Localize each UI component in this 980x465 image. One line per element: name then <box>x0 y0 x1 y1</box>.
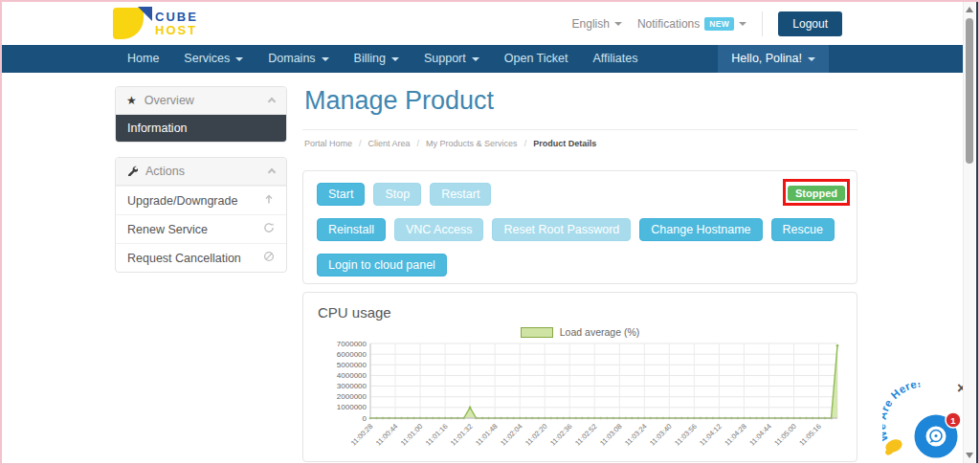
notifications-label: Notifications <box>637 17 700 31</box>
svg-text:11:05:16: 11:05:16 <box>797 422 823 448</box>
vertical-scrollbar[interactable] <box>963 2 975 463</box>
product-actions-panel: Start Stop Restart Reinstall VNC Access … <box>302 170 858 284</box>
svg-text:11:03:40: 11:03:40 <box>648 422 674 448</box>
vnc-access-button[interactable]: VNC Access <box>394 218 483 241</box>
svg-text:6000000: 6000000 <box>337 350 368 359</box>
chat-bubble-icon <box>930 431 943 444</box>
chevron-down-icon <box>614 22 622 26</box>
svg-text:11:01:32: 11:01:32 <box>449 422 475 448</box>
window-right-edge <box>976 2 978 463</box>
svg-text:11:02:04: 11:02:04 <box>499 422 524 448</box>
svg-text:7000000: 7000000 <box>337 341 368 348</box>
sidebar-item-upgrade-downgrade[interactable]: Upgrade/Downgrade <box>116 186 286 214</box>
restart-button[interactable]: Restart <box>430 183 491 206</box>
scrollbar-thumb[interactable] <box>966 18 973 164</box>
breadcrumb-product-details: Product Details <box>533 139 596 148</box>
ban-icon <box>263 251 275 265</box>
breadcrumb-client-area[interactable]: Client Area <box>368 139 427 148</box>
svg-text:11:01:00: 11:01:00 <box>399 422 425 448</box>
actions-panel: Actions Upgrade/Downgrade Renew Service … <box>115 157 287 273</box>
overview-header-label: Overview <box>145 94 194 107</box>
cloud-button-row: Login to cloud panel <box>317 254 843 277</box>
notification-count-badge: 1 <box>946 412 961 428</box>
notifications-menu[interactable]: Notifications NEW <box>637 17 746 31</box>
nav-item-support[interactable]: Support <box>412 45 492 73</box>
header-divider <box>762 11 763 36</box>
svg-text:11:01:48: 11:01:48 <box>474 422 500 448</box>
main-content: Manage Product Portal HomeClient AreaMy … <box>302 84 858 465</box>
svg-text:5000000: 5000000 <box>337 361 368 369</box>
chevron-up-icon <box>268 168 276 176</box>
svg-text:0: 0 <box>363 414 368 423</box>
new-badge: NEW <box>704 17 734 31</box>
chevron-down-icon <box>391 57 399 61</box>
header-right-menu: English Notifications NEW Logout <box>572 11 842 36</box>
nav-item-billing[interactable]: Billing <box>342 45 412 73</box>
star-icon: ★ <box>126 95 137 106</box>
logo-blue-triangle <box>138 7 152 21</box>
status-badge: Stopped <box>788 186 845 201</box>
nav-item-affiliates[interactable]: Affiliates <box>580 45 650 73</box>
nav-item-domains[interactable]: Domains <box>256 45 341 73</box>
chevron-up-icon <box>268 98 276 105</box>
stop-button[interactable]: Stop <box>373 183 421 206</box>
scrollbar-down-icon[interactable] <box>966 453 973 458</box>
logout-button[interactable]: Logout <box>778 11 842 36</box>
actions-header-label: Actions <box>145 165 185 178</box>
cpu-usage-chart: 0100000020000003000000400000050000006000… <box>317 341 841 461</box>
breadcrumb-my-products[interactable]: My Products & Services <box>426 139 533 148</box>
breadcrumb-portal-home[interactable]: Portal Home <box>304 139 368 148</box>
login-cloud-panel-button[interactable]: Login to cloud panel <box>317 254 447 277</box>
cpu-usage-panel: CPU usage Load average (%) 0100000020000… <box>302 292 858 462</box>
overview-panel-header[interactable]: ★ Overview <box>116 87 286 115</box>
manage-button-row: Reinstall VNC Access Reset Root Password… <box>317 218 843 241</box>
nav-items: Home Services Domains Billing Support Op… <box>115 45 650 73</box>
svg-text:3000000: 3000000 <box>337 382 368 390</box>
svg-text:11:01:16: 11:01:16 <box>424 422 450 448</box>
site-header: CUBE HOST English Notifications NEW Logo… <box>2 2 965 45</box>
chart-legend: Load average (%) <box>317 326 843 338</box>
reinstall-button[interactable]: Reinstall <box>317 218 386 241</box>
svg-text:11:02:36: 11:02:36 <box>548 422 574 448</box>
svg-text:1000000: 1000000 <box>337 403 368 411</box>
start-button[interactable]: Start <box>317 183 365 206</box>
svg-text:11:00:28: 11:00:28 <box>349 422 375 448</box>
chevron-down-icon <box>322 57 329 61</box>
overview-panel: ★ Overview Information <box>115 86 287 143</box>
nav-item-services[interactable]: Services <box>171 45 256 73</box>
refresh-icon <box>263 222 275 236</box>
svg-text:2000000: 2000000 <box>337 392 368 401</box>
svg-text:11:03:08: 11:03:08 <box>598 422 624 448</box>
nav-item-open-ticket[interactable]: Open Ticket <box>492 45 581 73</box>
power-button-row: Start Stop Restart <box>317 183 843 206</box>
rescue-button[interactable]: Rescue <box>771 218 835 241</box>
change-hostname-button[interactable]: Change Hostname <box>639 218 762 241</box>
cpu-usage-title: CPU usage <box>318 304 843 321</box>
reset-root-password-button[interactable]: Reset Root Password <box>492 218 631 241</box>
language-menu[interactable]: English <box>572 17 622 31</box>
svg-text:11:02:52: 11:02:52 <box>573 422 599 448</box>
actions-panel-header[interactable]: Actions <box>116 158 286 186</box>
logo-word-host: HOST <box>155 24 198 37</box>
legend-label: Load average (%) <box>560 326 639 338</box>
scrollbar-up-icon[interactable] <box>966 7 973 12</box>
arrow-up-icon <box>263 193 275 208</box>
user-menu[interactable]: Hello, Polina! <box>718 45 829 73</box>
sidebar-item-information[interactable]: Information <box>116 115 286 142</box>
svg-text:11:03:56: 11:03:56 <box>673 422 699 448</box>
main-navbar: Home Services Domains Billing Support Op… <box>2 45 965 73</box>
sidebar-item-renew-service[interactable]: Renew Service <box>116 214 286 243</box>
svg-text:11:05:00: 11:05:00 <box>772 422 798 448</box>
svg-text:11:00:44: 11:00:44 <box>374 422 400 448</box>
svg-text:1: 1 <box>950 415 956 426</box>
svg-text:11:04:28: 11:04:28 <box>723 422 748 448</box>
sidebar: ★ Overview Information Actions Upgrade/D… <box>115 86 287 287</box>
sidebar-item-request-cancellation[interactable]: Request Cancellation <box>116 243 286 272</box>
language-label: English <box>572 17 610 31</box>
wrench-icon <box>126 165 138 178</box>
nav-item-home[interactable]: Home <box>115 45 171 73</box>
chevron-down-icon <box>808 57 815 61</box>
status-annotation-box: Stopped <box>783 179 850 206</box>
cubehost-logo[interactable]: CUBE HOST <box>113 7 198 41</box>
page-title: Manage Product <box>302 84 858 130</box>
